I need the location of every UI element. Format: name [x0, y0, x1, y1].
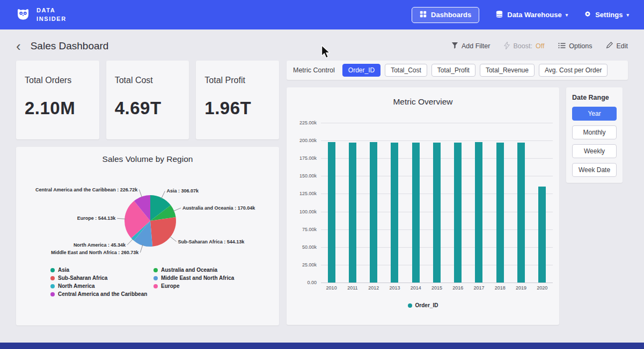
footer-bar — [0, 343, 644, 349]
bar[interactable] — [391, 143, 398, 283]
bar[interactable] — [370, 142, 377, 283]
pie-slice-label: Australia and Oceania : 170.04k — [182, 205, 255, 211]
bar[interactable] — [496, 143, 504, 283]
bar-slot — [342, 123, 363, 283]
pie-slice-label: North America : 45.34k — [74, 242, 126, 248]
kpi-label: Total Profit — [204, 76, 270, 85]
kpi-row: Total Orders 2.10M Total Cost 4.69T Tota… — [16, 61, 279, 139]
dashboards-button[interactable]: Dashboards — [412, 7, 479, 23]
add-filter-button[interactable]: Add Filter — [451, 42, 491, 50]
bar[interactable] — [454, 143, 462, 283]
page-title: Sales Dashboard — [31, 40, 109, 52]
kpi-value: 4.69T — [115, 98, 181, 118]
legend-item: Europe — [153, 282, 257, 290]
gear-icon — [584, 10, 591, 19]
bar[interactable] — [412, 143, 420, 283]
pie-chart-card: Sales Volume by Region Asia : 306.07kAus… — [16, 147, 279, 325]
pie-slice-label: Asia : 306.07k — [166, 188, 199, 194]
pie-legend-column: Australia and OceaniaMiddle East and Nor… — [153, 266, 257, 298]
x-axis-label: 2018 — [489, 285, 510, 291]
bar-slot — [489, 123, 510, 283]
y-axis-label: 75.00k — [302, 227, 317, 232]
pie-legend: AsiaSub-Saharan AfricaNorth AmericaCentr… — [16, 266, 279, 298]
x-axis-label: 2014 — [405, 285, 426, 291]
metric-buttons: Order_IDTotal_CostTotal_ProfitTotal_Reve… — [342, 64, 608, 77]
legend-dot — [50, 276, 55, 280]
bar[interactable] — [349, 143, 356, 283]
legend-label: Sub-Saharan Africa — [58, 275, 107, 281]
bar-plot — [321, 123, 553, 283]
legend-item: Central America and the Caribbean — [50, 290, 153, 298]
brand-name: DATA INSIDER — [36, 6, 67, 23]
legend-label: Order_ID — [415, 302, 438, 308]
gridline — [321, 283, 553, 283]
bar-slot — [363, 123, 384, 283]
legend-label: Australia and Oceania — [161, 267, 217, 273]
bar-slot — [510, 123, 531, 283]
bar-slot — [384, 123, 405, 283]
bar-chart-card: Metric Overview 225.00k200.00k175.00k150… — [287, 87, 559, 325]
list-icon — [558, 42, 566, 50]
back-button[interactable]: ‹ — [16, 41, 21, 51]
metric-button[interactable]: Total_Profit — [431, 64, 475, 77]
kpi-value: 2.10M — [25, 98, 91, 118]
x-axis-label: 2013 — [384, 285, 405, 291]
data-warehouse-menu[interactable]: Data Warehouse ▾ — [495, 10, 568, 20]
metric-button[interactable]: Order_ID — [342, 64, 380, 77]
metric-control-label: Metric Control — [293, 66, 335, 74]
legend-item: Asia — [50, 266, 153, 274]
y-axis-label: 225.00k — [299, 120, 317, 125]
boost-toggle[interactable]: Boost: Off — [504, 42, 544, 51]
pie-chart: Asia : 306.07kAustralia and Oceania : 17… — [16, 167, 279, 263]
legend-dot — [50, 284, 55, 288]
bar[interactable] — [433, 143, 441, 283]
filter-icon — [451, 42, 458, 50]
date-range-button[interactable]: Week Date — [572, 163, 617, 177]
legend-label: Asia — [58, 267, 69, 273]
date-range-buttons: YearMonthlyWeeklyWeek Date — [572, 107, 617, 177]
kpi-card-total-orders: Total Orders 2.10M — [16, 61, 99, 139]
bar[interactable] — [328, 142, 335, 283]
bar[interactable] — [475, 142, 482, 283]
legend-item: Sub-Saharan Africa — [50, 274, 153, 282]
legend-dot — [153, 276, 158, 280]
y-axis-label: 50.00k — [302, 244, 317, 250]
y-axis-label: 125.00k — [299, 191, 317, 196]
subheader: ‹ Sales Dashboard Add Filter Boost: Off — [0, 29, 644, 61]
legend-item: Australia and Oceania — [153, 266, 257, 274]
options-button[interactable]: Options — [558, 42, 592, 50]
date-range-button[interactable]: Weekly — [572, 144, 617, 158]
x-axis-label: 2017 — [469, 285, 489, 291]
legend-dot — [50, 268, 55, 272]
pie-leader-line — [117, 218, 126, 219]
metric-button[interactable]: Avg. Cost per Order — [539, 64, 608, 77]
settings-menu[interactable]: Settings ▾ — [584, 10, 629, 19]
pencil-icon — [606, 42, 613, 50]
pie-leader-line — [139, 190, 142, 198]
pie-leader-line — [173, 208, 181, 211]
legend-item: Middle East and North Africa — [153, 274, 257, 282]
legend-item: North America — [50, 282, 153, 290]
date-range-button[interactable]: Monthly — [572, 125, 617, 139]
date-range-button[interactable]: Year — [572, 107, 617, 121]
bar-legend: Order_ID — [293, 302, 553, 308]
pie-chart-title: Sales Volume by Region — [16, 154, 279, 164]
date-range-card: Date Range YearMonthlyWeeklyWeek Date — [566, 87, 623, 183]
legend-label: North America — [58, 283, 95, 289]
pie-slice[interactable] — [150, 217, 176, 247]
metric-button[interactable]: Total_Revenue — [480, 64, 535, 77]
x-axis-label: 2015 — [426, 285, 447, 291]
kpi-label: Total Cost — [115, 76, 181, 85]
bar-slot — [448, 123, 469, 283]
y-axis-label: 200.00k — [299, 138, 317, 143]
metric-button[interactable]: Total_Cost — [385, 64, 427, 77]
legend-dot — [408, 303, 412, 308]
edit-button[interactable]: Edit — [606, 42, 628, 50]
bar[interactable] — [517, 143, 525, 283]
metric-control-bar: Metric Control Order_IDTotal_CostTotal_P… — [287, 61, 628, 80]
brand-logo: DATA INSIDER — [15, 6, 67, 24]
x-axis-label: 2016 — [448, 285, 469, 291]
legend-dot — [50, 292, 55, 296]
legend-label: Central America and the Caribbean — [58, 291, 147, 297]
bar[interactable] — [538, 187, 546, 283]
